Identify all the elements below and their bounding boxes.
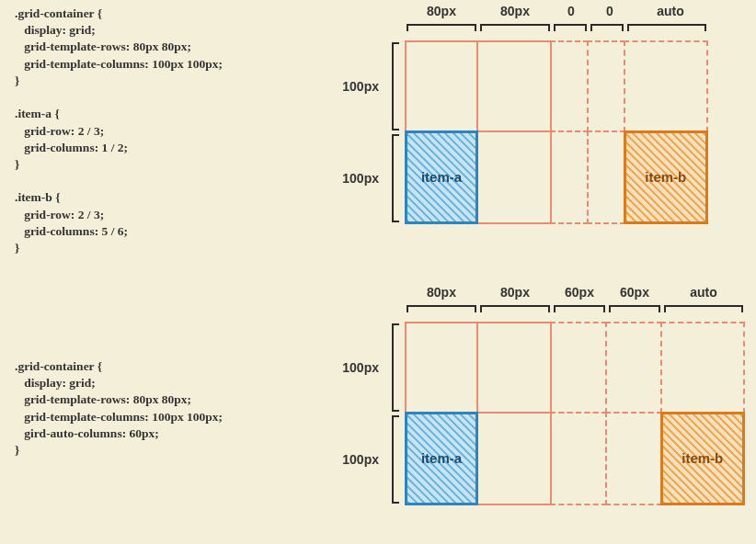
- col-label: auto: [662, 285, 745, 300]
- item-a-label: item-a: [421, 169, 462, 185]
- row-bracket: [392, 415, 399, 504]
- col-label: 80px: [405, 285, 478, 300]
- row-label: 100px: [340, 40, 388, 132]
- grid-cell: [476, 412, 553, 506]
- col-labels-1: 80px 80px 0 0 auto: [405, 4, 712, 18]
- row-labels-2: 100px 100px: [340, 322, 388, 505]
- grid-item-b: item-b: [660, 412, 746, 506]
- implicit-cell: [624, 40, 709, 132]
- implicit-cell: [605, 322, 663, 414]
- implicit-cell: [550, 40, 590, 132]
- col-label: 60px: [607, 285, 662, 300]
- grid-cell: [476, 322, 553, 414]
- col-bracket: [590, 24, 624, 31]
- grid-2: item-a item-b: [405, 322, 745, 505]
- implicit-cell: [587, 40, 626, 132]
- grid-item-a: item-a: [405, 412, 478, 506]
- css-code-block-2: .grid-container { display: grid; grid-te…: [15, 358, 223, 459]
- item-a-label: item-a: [421, 450, 462, 466]
- row-bracket: [392, 323, 399, 412]
- grid-1: item-a item-b: [405, 40, 708, 224]
- col-bracket: [609, 305, 660, 312]
- col-bracket: [407, 24, 476, 31]
- grid-item-a: item-a: [405, 130, 478, 225]
- row-label: 100px: [340, 414, 388, 505]
- col-label: 60px: [552, 285, 607, 300]
- grid-item-b: item-b: [624, 130, 709, 225]
- row-bracket: [392, 42, 399, 130]
- col-bracket: [664, 305, 743, 312]
- col-bracket: [407, 305, 476, 312]
- implicit-cell: [550, 412, 608, 506]
- col-label: 80px: [405, 4, 478, 18]
- implicit-cell: [550, 322, 608, 414]
- grid-diagram-2: 80px 80px 60px 60px auto 100px 100px ite…: [349, 285, 745, 520]
- css-code-block-1: .grid-container { display: grid; grid-te…: [15, 6, 223, 256]
- col-label: 80px: [478, 4, 552, 18]
- col-bracket: [627, 24, 706, 31]
- row-label: 100px: [340, 322, 388, 414]
- grid-cell: [476, 130, 553, 225]
- col-bracket: [480, 24, 550, 31]
- col-labels-2: 80px 80px 60px 60px auto: [405, 285, 745, 300]
- implicit-cell: [550, 130, 590, 225]
- row-label: 100px: [340, 132, 388, 224]
- col-label: 0: [552, 4, 590, 18]
- implicit-cell: [605, 412, 663, 506]
- implicit-cell: [660, 322, 746, 414]
- col-bracket: [554, 305, 605, 312]
- col-bracket: [480, 305, 550, 312]
- implicit-cell: [587, 130, 626, 225]
- item-b-label: item-b: [682, 450, 723, 466]
- grid-diagram-1: 80px 80px 0 0 auto 100px 100px item-a it…: [349, 4, 745, 239]
- grid-cell: [405, 322, 478, 414]
- row-labels-1: 100px 100px: [340, 40, 388, 224]
- col-bracket: [554, 24, 587, 31]
- col-label: 80px: [478, 285, 552, 300]
- grid-cell: [405, 40, 478, 132]
- col-label: 0: [590, 4, 629, 18]
- item-b-label: item-b: [645, 169, 686, 185]
- col-label: auto: [629, 4, 712, 18]
- row-bracket: [392, 134, 399, 222]
- grid-cell: [476, 40, 553, 132]
